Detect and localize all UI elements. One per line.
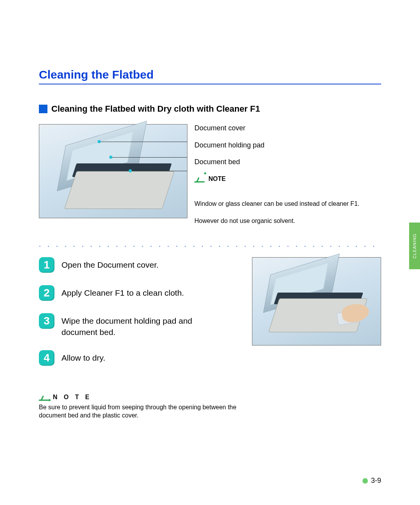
page-number: 3-9 (371, 477, 381, 485)
diagram-labels: Document cover Document holding pad Docu… (194, 124, 359, 233)
content-area: Cleaning the Flatbed Cleaning the Flatbe… (39, 68, 381, 420)
section-tab-label: CLEANING (412, 233, 417, 258)
diagram-row: Document cover Document holding pad Docu… (39, 124, 381, 233)
scanner-diagram-image (39, 124, 187, 218)
page-title: Cleaning the Flatbed (39, 68, 381, 81)
page-footer: 3-9 (362, 477, 381, 485)
label-document-bed: Document bed (194, 158, 359, 167)
note-text-bottom: Be sure to prevent liquid from seeping t… (39, 403, 257, 420)
title-rule (39, 84, 381, 84)
step-text-4: Allow to dry. (61, 352, 105, 363)
note-text-line1: Window or glass cleaner can be used inst… (194, 200, 359, 208)
subheading: Cleaning the Flatbed with Dry cloth with… (51, 104, 260, 114)
note-header: NOTE (194, 175, 359, 191)
page: CLEANING Cleaning the Flatbed Cleaning t… (0, 0, 420, 505)
footer-dot-icon (362, 478, 368, 484)
step-text-1: Open the Document cover. (61, 260, 159, 270)
step-3: 3 Wipe the document holding pad and docu… (39, 313, 244, 338)
step-1: 1 Open the Document cover. (39, 257, 244, 273)
steps-list: 1 Open the Document cover. 2 Apply Clean… (39, 257, 244, 378)
step-badge-2: 2 (39, 285, 54, 301)
blue-square-icon (39, 105, 47, 113)
label-document-cover: Document cover (194, 124, 359, 133)
step-badge-4: 4 (39, 350, 54, 366)
note-title-bottom: N O T E (53, 394, 92, 401)
step-4: 4 Allow to dry. (39, 350, 244, 366)
subheading-row: Cleaning the Flatbed with Dry cloth with… (39, 104, 381, 114)
note-block-bottom: N O T E Be sure to prevent liquid from s… (39, 394, 381, 420)
note-text-line2: However do not use organic solvent. (194, 217, 359, 225)
note-icon (194, 175, 206, 182)
note-block-top: NOTE Window or glass cleaner can be used… (194, 175, 359, 225)
step-2: 2 Apply Cleaner F1 to a clean cloth. (39, 285, 244, 301)
step-text-2: Apply Cleaner F1 to a clean cloth. (61, 288, 184, 298)
step-text-3: Wipe the document holding pad and docume… (61, 316, 217, 338)
steps-wrap: 1 Open the Document cover. 2 Apply Clean… (39, 257, 381, 378)
note-icon (39, 394, 51, 401)
scanner-wipe-image (252, 257, 381, 345)
note-title: NOTE (208, 175, 226, 182)
step-badge-1: 1 (39, 257, 54, 273)
note-header-bottom: N O T E (39, 394, 381, 401)
step-badge-3: 3 (39, 313, 54, 329)
section-tab-cleaning: CLEANING (409, 223, 420, 269)
dotted-separator: . . . . . . . . . . . . . . . . . . . . … (39, 240, 381, 249)
label-document-holding-pad: Document holding pad (194, 141, 359, 150)
